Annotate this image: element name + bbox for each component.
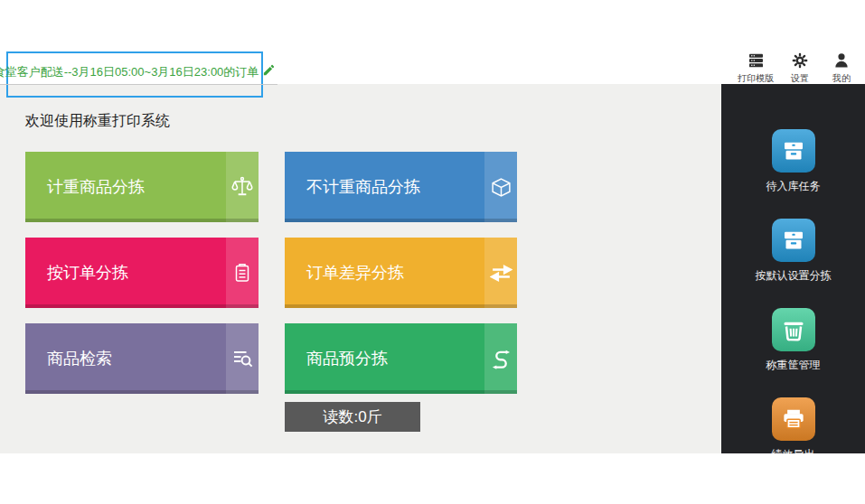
printer-icon xyxy=(772,397,815,441)
button-label: 商品检索 xyxy=(25,348,112,369)
inbox-box-icon xyxy=(772,219,815,262)
right-sidebar: 待入库任务 按默认设置分拣 xyxy=(721,84,865,453)
button-label: 商品预分拣 xyxy=(285,348,388,369)
s-swap-icon xyxy=(484,323,517,394)
sidebar-item-label: 绩效导出 xyxy=(772,447,815,453)
cube-icon xyxy=(484,152,517,222)
weighing-print-app: 食堂客户配送--3月16日05:00~3月16日23:00的订单 xyxy=(0,0,865,504)
button-product-search[interactable]: 商品检索 xyxy=(25,323,259,394)
inbox-box-icon xyxy=(772,129,815,173)
page-title: 欢迎使用称重打印系统 xyxy=(25,112,170,131)
profile-icon xyxy=(832,51,851,70)
button-nonweighed-goods-sorting[interactable]: 不计重商品分拣 xyxy=(285,152,517,222)
main-content: 欢迎使用称重打印系统 计重商品分拣 不计重商品分拣 xyxy=(0,84,721,453)
sidebar-item-label: 称重筐管理 xyxy=(766,358,821,373)
print-template-icon xyxy=(747,51,766,70)
scale-icon xyxy=(226,152,259,222)
basket-icon xyxy=(772,308,815,351)
search-list-icon xyxy=(226,323,259,394)
order-period-selector[interactable]: 食堂客户配送--3月16日05:00~3月16日23:00的订单 xyxy=(6,51,263,98)
sidebar-item-label: 按默认设置分拣 xyxy=(756,268,832,284)
sidebar-item-label: 待入库任务 xyxy=(766,179,821,194)
header-bar: 食堂客户配送--3月16日05:00~3月16日23:00的订单 xyxy=(0,0,865,84)
order-period-inner: 食堂客户配送--3月16日05:00~3月16日23:00的订单 xyxy=(0,63,277,85)
top-nav: 打印模版 xyxy=(738,51,857,85)
button-sort-by-order[interactable]: 按订单分拣 xyxy=(25,238,259,308)
order-period-label: 食堂客户配送--3月16日05:00~3月16日23:00的订单 xyxy=(0,64,259,80)
edit-pencil-icon[interactable] xyxy=(262,63,276,80)
nav-profile-label: 我的 xyxy=(832,72,851,85)
settings-icon xyxy=(791,51,809,70)
nav-settings-label: 设置 xyxy=(791,72,809,85)
nav-print-template[interactable]: 打印模版 xyxy=(738,51,774,85)
nav-profile[interactable]: 我的 xyxy=(826,51,857,85)
scale-reading-display: 读数:0斤 xyxy=(285,402,420,432)
nav-print-template-label: 打印模版 xyxy=(738,72,774,85)
sidebar-item-pending-warehousing[interactable]: 待入库任务 xyxy=(766,129,821,194)
button-label: 不计重商品分拣 xyxy=(285,176,420,198)
swap-arrows-icon xyxy=(484,238,517,308)
sidebar-item-default-settings-sorting[interactable]: 按默认设置分拣 xyxy=(756,219,832,284)
button-label: 计重商品分拣 xyxy=(25,176,145,198)
clipboard-icon xyxy=(226,238,259,308)
button-label: 按订单分拣 xyxy=(25,262,128,284)
sidebar-item-performance-export[interactable]: 绩效导出 xyxy=(772,397,815,453)
button-order-difference-sorting[interactable]: 订单差异分拣 xyxy=(285,238,517,308)
button-label: 订单差异分拣 xyxy=(285,262,404,284)
nav-settings[interactable]: 设置 xyxy=(785,51,815,85)
button-product-presorting[interactable]: 商品预分拣 xyxy=(285,323,517,394)
button-weighed-goods-sorting[interactable]: 计重商品分拣 xyxy=(25,152,259,222)
scale-reading-label: 读数:0斤 xyxy=(323,406,381,427)
sidebar-item-weighing-basket-management[interactable]: 称重筐管理 xyxy=(766,308,821,373)
